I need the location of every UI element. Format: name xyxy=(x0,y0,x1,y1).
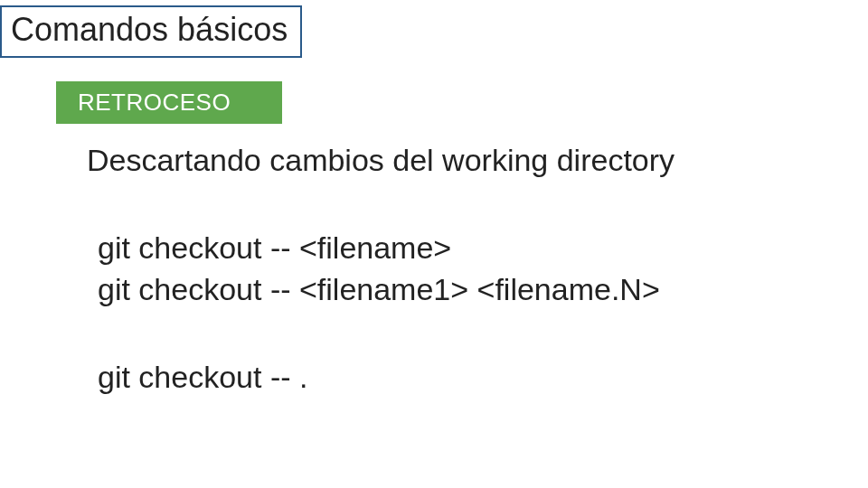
subheading: Descartando cambios del working director… xyxy=(87,143,675,178)
command-line: git checkout -- . xyxy=(98,357,307,399)
section-badge-label: RETROCESO xyxy=(78,89,231,116)
slide-title: Comandos básicos xyxy=(11,11,288,48)
command-block-1: git checkout -- <filename> git checkout … xyxy=(98,228,660,311)
slide-title-box: Comandos básicos xyxy=(0,5,302,58)
command-block-2: git checkout -- . xyxy=(98,357,307,399)
command-line: git checkout -- <filename> xyxy=(98,228,660,269)
section-badge: RETROCESO xyxy=(56,81,282,124)
command-line: git checkout -- <filename1> <filename.N> xyxy=(98,269,660,311)
